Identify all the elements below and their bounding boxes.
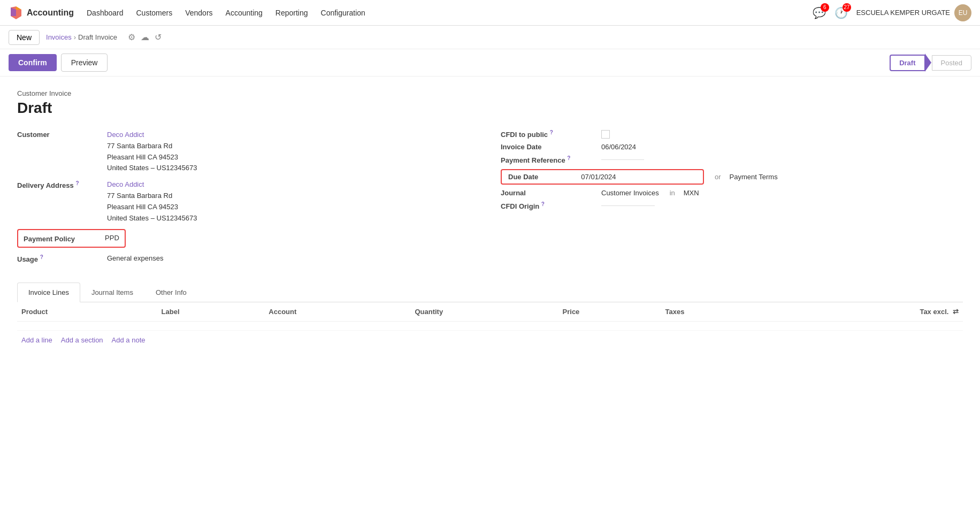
journal-row: Journal Customer Invoices in MXN	[501, 189, 963, 197]
delivery-name[interactable]: Deco Addict	[107, 179, 197, 190]
form-section: Customer Deco Addict 77 Santa Barbara Rd…	[17, 129, 963, 270]
usage-label: Usage ?	[17, 253, 103, 263]
col-tax-excl: Tax excl. ⇄	[772, 302, 963, 322]
invoice-date-label: Invoice Date	[501, 143, 597, 151]
add-section-link[interactable]: Add a section	[61, 336, 103, 344]
tab-journal-items[interactable]: Journal Items	[80, 283, 144, 302]
due-date-row: Due Date 07/01/2024 or Payment Terms	[501, 169, 963, 185]
svg-marker-2	[16, 6, 21, 10]
preview-button[interactable]: Preview	[61, 54, 108, 72]
nav-configuration[interactable]: Configuration	[321, 6, 365, 19]
top-nav: Accounting Dashboard Customers Vendors A…	[0, 0, 980, 26]
customer-address-3: United States – US12345673	[107, 163, 197, 174]
invoice-title: Draft	[17, 100, 963, 117]
tab-invoice-lines[interactable]: Invoice Lines	[17, 283, 80, 302]
main-content: Customer Invoice Draft Customer Deco Add…	[0, 77, 980, 511]
nav-dashboard[interactable]: Dashboard	[87, 6, 124, 19]
col-price: Price	[558, 302, 661, 322]
clock-button[interactable]: 🕐 27	[834, 6, 848, 19]
usage-value[interactable]: General expenses	[107, 253, 164, 264]
breadcrumb-current: Draft Invoice	[78, 33, 117, 41]
switch-icon[interactable]: ⇄	[953, 308, 959, 316]
journal-value[interactable]: Customer Invoices	[601, 189, 659, 197]
form-right: CFDI to public ? Invoice Date 06/06/2024…	[501, 129, 963, 270]
customer-row: Customer Deco Addict 77 Santa Barbara Rd…	[17, 129, 479, 174]
usage-help-icon[interactable]: ?	[40, 254, 43, 260]
payment-ref-help-icon[interactable]: ?	[567, 155, 570, 161]
nav-accounting[interactable]: Accounting	[226, 6, 263, 19]
cfdi-origin-row: CFDI Origin ?	[501, 201, 963, 210]
invoice-date-row: Invoice Date 06/06/2024	[501, 143, 963, 151]
user-name: ESCUELA KEMPER URGATE	[856, 9, 950, 17]
payment-ref-row: Payment Reference ?	[501, 155, 963, 164]
customer-label: Customer	[17, 129, 103, 139]
currency-value[interactable]: MXN	[684, 189, 699, 197]
breadcrumb-separator: ›	[74, 33, 76, 41]
cfdi-origin-value[interactable]	[601, 205, 655, 206]
app-logo[interactable]: Accounting	[9, 5, 74, 20]
user-menu[interactable]: ESCUELA KEMPER URGATE EU	[856, 4, 971, 21]
payment-policy-row: Payment Policy PPD	[17, 229, 479, 248]
form-left: Customer Deco Addict 77 Santa Barbara Rd…	[17, 129, 479, 270]
add-actions: Add a line Add a section Add a note	[17, 331, 963, 349]
payment-ref-label: Payment Reference ?	[501, 155, 597, 164]
invoice-table: Product Label Account Quantity Price Tax…	[17, 302, 963, 331]
cloud-icon[interactable]: ☁	[141, 32, 149, 42]
tab-other-info[interactable]: Other Info	[144, 283, 198, 302]
payment-ref-value[interactable]	[601, 159, 644, 160]
or-label: or	[715, 173, 721, 181]
customer-value: Deco Addict 77 Santa Barbara Rd Pleasant…	[107, 129, 197, 174]
delivery-address-row: Delivery Address ? Deco Addict 77 Santa …	[17, 179, 479, 224]
journal-label: Journal	[501, 189, 597, 197]
clock-count: 27	[843, 3, 851, 12]
usage-row: Usage ? General expenses	[17, 253, 479, 264]
delivery-address-1: 77 Santa Barbara Rd	[107, 190, 197, 202]
avatar: EU	[954, 4, 971, 21]
breadcrumb-parent[interactable]: Invoices	[46, 33, 72, 41]
status-arrow	[925, 54, 931, 72]
nav-customers[interactable]: Customers	[136, 6, 173, 19]
payment-policy-label: Payment Policy	[24, 234, 75, 243]
refresh-icon[interactable]: ↺	[155, 32, 162, 42]
nav-vendors[interactable]: Vendors	[185, 6, 212, 19]
settings-icon[interactable]: ⚙	[128, 32, 135, 42]
status-posted[interactable]: Posted	[932, 55, 971, 71]
customer-address-1: 77 Santa Barbara Rd	[107, 141, 197, 152]
delivery-help-icon[interactable]: ?	[75, 180, 79, 186]
nav-reporting[interactable]: Reporting	[275, 6, 308, 19]
breadcrumb-row: New Invoices › Draft Invoice ⚙ ☁ ↺	[0, 26, 980, 49]
cfdi-public-row: CFDI to public ?	[501, 129, 963, 139]
col-taxes: Taxes	[661, 302, 773, 322]
delivery-address-2: Pleasant Hill CA 94523	[107, 202, 197, 213]
status-draft[interactable]: Draft	[890, 55, 925, 71]
cfdi-public-checkbox[interactable]	[601, 130, 610, 139]
logo-icon	[9, 5, 24, 20]
confirm-button[interactable]: Confirm	[9, 54, 57, 71]
add-line-link[interactable]: Add a line	[21, 336, 52, 344]
col-label: Label	[157, 302, 265, 322]
messages-button[interactable]: 💬 6	[813, 6, 826, 19]
app-name: Accounting	[27, 8, 74, 18]
due-date-value[interactable]: 07/01/2024	[581, 173, 616, 181]
breadcrumb-icons: ⚙ ☁ ↺	[128, 32, 162, 42]
delivery-address-3: United States – US12345673	[107, 213, 197, 224]
customer-name[interactable]: Deco Addict	[107, 129, 197, 141]
invoice-date-value[interactable]: 06/06/2024	[601, 143, 636, 151]
cfdi-origin-help-icon[interactable]: ?	[541, 201, 545, 207]
col-quantity: Quantity	[410, 302, 558, 322]
add-note-link[interactable]: Add a note	[112, 336, 146, 344]
payment-policy-value[interactable]: PPD	[105, 233, 119, 244]
due-date-label: Due Date	[508, 173, 538, 181]
payment-terms-label[interactable]: Payment Terms	[730, 173, 778, 181]
table-body	[17, 321, 963, 330]
cfdi-public-help-icon[interactable]: ?	[550, 129, 553, 135]
invoice-type-label: Customer Invoice	[17, 89, 963, 97]
tabs: Invoice Lines Journal Items Other Info	[17, 283, 963, 302]
status-bar: Draft Posted	[890, 54, 971, 72]
breadcrumb: Invoices › Draft Invoice	[46, 33, 117, 41]
nav-right: 💬 6 🕐 27 ESCUELA KEMPER URGATE EU	[813, 4, 971, 21]
delivery-label: Delivery Address ?	[17, 179, 103, 189]
payment-policy-box: Payment Policy PPD	[17, 229, 126, 248]
new-button[interactable]: New	[9, 30, 40, 45]
in-label: in	[670, 189, 675, 197]
